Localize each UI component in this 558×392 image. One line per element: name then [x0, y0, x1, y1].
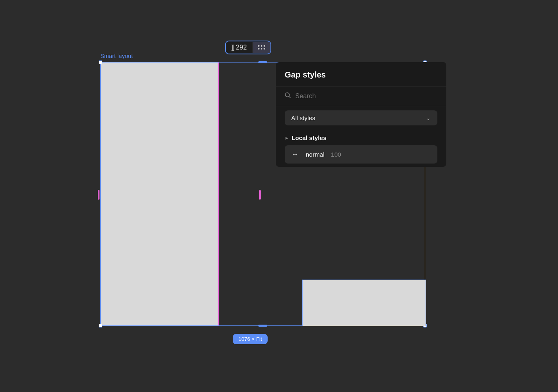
- gap-indicator-right: [259, 190, 261, 200]
- smart-layout-label: Smart layout: [100, 53, 133, 59]
- panel-header: Gap styles: [276, 62, 446, 86]
- chevron-down-icon: ⌄: [426, 115, 431, 121]
- local-styles-header[interactable]: ► Local styles: [285, 134, 437, 141]
- gap-indicator-left: [98, 190, 99, 200]
- right-content-panel: [302, 280, 426, 326]
- styles-filter-dropdown[interactable]: All styles ⌄: [285, 110, 437, 125]
- search-row[interactable]: [276, 86, 446, 106]
- dot: [258, 45, 260, 47]
- svg-line-1: [289, 97, 291, 98]
- corner-handle-bl[interactable]: [99, 324, 102, 327]
- canvas: Smart layout ][ 292: [0, 0, 558, 392]
- dots-grid-icon: [258, 45, 266, 50]
- search-icon: [285, 92, 291, 100]
- panel-title: Gap styles: [285, 70, 437, 80]
- styles-filter-row[interactable]: All styles ⌄: [276, 106, 446, 129]
- local-styles-label: Local styles: [292, 134, 327, 141]
- local-styles-section: ► Local styles ↔ normal 100: [276, 129, 446, 167]
- gap-style-icon: ↔: [291, 150, 301, 159]
- search-input[interactable]: [295, 93, 437, 100]
- styles-filter-label: All styles: [291, 114, 315, 121]
- dot: [264, 45, 265, 47]
- edge-handle-bottom[interactable]: [258, 325, 267, 327]
- gap-styles-panel: Gap styles All styles ⌄ ► Local styles: [276, 62, 446, 167]
- distribute-button[interactable]: [253, 42, 270, 53]
- dot: [261, 48, 262, 50]
- edge-handle-top[interactable]: [258, 61, 267, 63]
- dot: [258, 48, 260, 50]
- gap-icon: ][: [231, 44, 234, 51]
- dot: [261, 45, 262, 47]
- gap-input-area[interactable]: ][ 292: [226, 41, 253, 54]
- style-item-name: normal: [306, 151, 324, 158]
- collapse-arrow-icon: ►: [285, 136, 289, 140]
- gap-toolbar[interactable]: ][ 292: [225, 41, 271, 54]
- corner-handle-tl[interactable]: [99, 60, 102, 64]
- style-item-value: 100: [331, 151, 341, 158]
- style-item[interactable]: ↔ normal 100: [285, 145, 437, 164]
- dot: [264, 48, 265, 50]
- gap-value: 292: [236, 44, 247, 51]
- size-label: 1076 × Fit: [233, 334, 268, 344]
